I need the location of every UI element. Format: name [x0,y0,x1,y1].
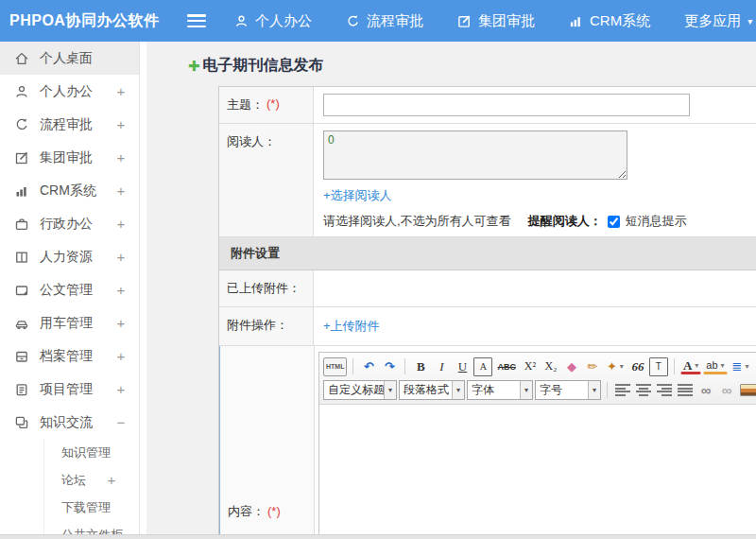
sidebar-item-label: 集团审批 [40,149,114,166]
expand-toggle[interactable]: + [114,282,128,298]
nav-group-approval[interactable]: 集团审批 [457,12,535,30]
expand-toggle[interactable]: + [114,83,128,99]
expand-toggle[interactable]: − [114,414,128,430]
expand-toggle[interactable]: + [114,149,128,165]
link-icon[interactable]: ∞ [696,381,715,400]
eraser-icon[interactable]: ◆ [562,357,581,376]
nav-personal-office[interactable]: 个人办公 [234,12,312,30]
toolbar-divider [352,358,353,374]
readers-row: 阅读人： 0 +选择阅读人 请选择阅读人,不选为所有人可查看 提醒阅读人： 短消… [219,124,756,237]
expand-toggle[interactable]: + [114,116,128,132]
sidebar-item-document-mgmt[interactable]: 公文管理 + [0,273,139,306]
editor-toolbar: HTML↶↷BIUAABCX²X₂◆✏✦66TAab≣≣ 自定义标题▾段落格式▾… [319,353,756,405]
align-left-icon[interactable] [615,384,630,396]
sidebar-item-label: 公文管理 [40,282,114,299]
source-code-icon[interactable]: HTML [323,357,347,376]
expand-toggle[interactable]: + [114,183,128,199]
submenu-item-knowledge-mgmt[interactable]: 知识管理 [44,439,139,466]
editor-content-area[interactable] [319,405,756,539]
submenu-item-download-mgmt[interactable]: 下载管理 [44,494,139,521]
autotypeset-icon[interactable]: ✦ [604,357,627,376]
page-title-text: 电子期刊信息发布 [203,56,324,76]
uploaded-attachments-value [314,270,756,306]
nav-more-apps[interactable]: 更多应用 ▾ [684,12,752,30]
toolbar-row-1: HTML↶↷BIUAABCX²X₂◆✏✦66TAab≣≣ [323,355,756,378]
redo-icon[interactable]: ↷ [380,357,399,376]
chevron-down-icon: ▾ [384,381,396,399]
sidebar-item-crm[interactable]: CRM系统 + [0,174,139,207]
font-size-select[interactable]: 字号▾ [535,380,601,400]
uploaded-attachments-row: 已上传附件： [219,270,756,307]
sidebar-item-knowledge-exchange[interactable]: 知识交流 − [0,406,139,439]
align-right-icon[interactable] [657,384,672,396]
format-brush-icon[interactable]: ✏ [583,357,602,376]
document-card-icon [13,282,29,298]
font-size-select-label: 字号 [536,382,588,398]
required-mark: (*) [267,504,281,518]
sidebar-item-personal-office[interactable]: 个人办公 + [0,75,139,108]
toolbar-divider [607,382,608,398]
insert-image-icon[interactable] [740,384,756,396]
bold-icon[interactable]: B [411,357,430,376]
choose-readers-link[interactable]: +选择阅读人 [323,187,392,204]
clipboard-list-icon [13,381,29,397]
knowledge-submenu: 知识管理 论坛 + 下载管理 公共文件柜 [43,439,139,539]
bar-chart-icon [13,183,29,199]
readers-textarea[interactable]: 0 [323,130,627,180]
undo-icon[interactable]: ↶ [359,357,378,376]
submenu-item-forum[interactable]: 论坛 + [44,466,139,494]
ordered-list-icon[interactable]: ≣ [730,357,752,376]
expand-toggle[interactable]: + [114,348,128,364]
underline-icon[interactable]: U [453,357,472,376]
edit-square-icon [457,14,472,28]
align-center-icon[interactable] [636,384,651,396]
highlight-color-icon[interactable]: ab [703,358,727,374]
expand-toggle[interactable]: + [105,472,118,488]
horizontal-scrollbar[interactable] [0,534,756,539]
sidebar-item-archive-mgmt[interactable]: 档案管理 + [0,339,139,373]
upload-attachment-link[interactable]: +上传附件 [323,318,380,335]
sms-remind-label: 短消息提示 [626,213,687,230]
expand-toggle[interactable]: + [114,249,128,265]
font-color-icon[interactable]: A [680,358,701,374]
custom-title-select[interactable]: 自定义标题▾ [323,380,397,400]
nav-crm-system[interactable]: CRM系统 [569,12,650,30]
attachment-ops-label: 附件操作： [219,307,314,345]
sidebar-item-personal-desktop[interactable]: 个人桌面 [0,42,139,75]
paragraph-format-select[interactable]: 段落格式▾ [399,380,465,400]
sms-remind-checkbox[interactable] [608,216,620,228]
chevron-down-icon: ▾ [520,381,532,399]
sidebar-item-hr[interactable]: 人力资源 + [0,240,139,273]
blockquote-icon[interactable]: 66 [628,357,647,376]
sidebar-item-project-mgmt[interactable]: 项目管理 + [0,373,139,406]
subscript-icon[interactable]: X₂ [541,357,560,376]
toolbar-divider [674,358,675,374]
font-family-select[interactable]: 字体▾ [467,380,533,400]
uploaded-attachments-label: 已上传附件： [219,270,314,306]
expand-toggle[interactable]: + [114,381,128,397]
publish-form: 主题： (*) 阅读人： 0 +选择阅读人 请选择阅读 [218,86,756,539]
unlink-icon[interactable]: ∞ [717,381,736,400]
chat-bubbles-icon [13,414,29,430]
expand-toggle[interactable]: + [114,216,128,232]
sidebar-item-vehicle-mgmt[interactable]: 用车管理 + [0,306,139,339]
sidebar-item-group-approval[interactable]: 集团审批 + [0,141,139,174]
sidebar-item-workflow-approval[interactable]: 流程审批 + [0,108,139,141]
superscript-icon[interactable]: X² [521,357,540,376]
expand-toggle[interactable]: + [114,315,128,331]
paste-icon[interactable]: T [649,357,668,376]
char-border-icon[interactable]: A [473,357,492,376]
sidebar-item-label: 用车管理 [40,315,114,332]
align-justify-icon[interactable] [678,384,693,396]
strikethrough-icon[interactable]: ABC [494,357,519,376]
sidebar-item-label: 行政办公 [40,216,114,233]
sidebar-item-admin-office[interactable]: 行政办公 + [0,207,139,240]
font-family-select-label: 字体 [468,382,520,398]
hamburger-menu-icon[interactable] [187,14,206,27]
italic-icon[interactable]: I [432,357,451,376]
rich-text-editor: HTML↶↷BIUAABCX²X₂◆✏✦66TAab≣≣ 自定义标题▾段落格式▾… [318,352,756,539]
bar-chart-icon [569,14,583,28]
nav-workflow-approval[interactable]: 流程审批 [346,12,423,30]
sidebar-item-label: 档案管理 [40,348,114,365]
subject-input[interactable] [323,94,690,116]
